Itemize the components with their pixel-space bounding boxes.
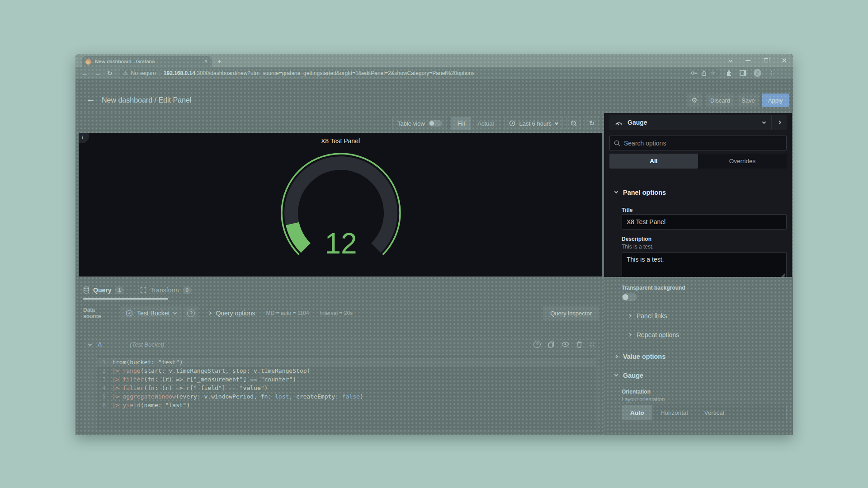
url-input[interactable]: ⚠ No seguro | 192.168.0.14:3000/dashboar… bbox=[119, 68, 720, 78]
save-button[interactable]: Save bbox=[737, 94, 759, 107]
code-line[interactable]: 3 |> filter(fn: (r) => r["_measurement"]… bbox=[97, 375, 596, 384]
duplicate-query-icon[interactable] bbox=[548, 341, 554, 348]
tab-close-icon[interactable]: × bbox=[203, 58, 208, 65]
options-search[interactable] bbox=[609, 136, 787, 150]
chevron-down-icon bbox=[614, 373, 618, 376]
code-text: from(bucket: "test") bbox=[112, 358, 183, 366]
flux-code-editor[interactable]: 1from(bucket: "test")2 |> range(start: v… bbox=[97, 355, 596, 430]
new-tab-button[interactable]: + bbox=[217, 57, 222, 65]
description-label: Description bbox=[622, 236, 651, 242]
query-help-icon[interactable]: ? bbox=[533, 341, 541, 348]
code-line[interactable]: 4 |> filter(fn: (r) => r["_field"] == "v… bbox=[97, 384, 596, 392]
chevron-right-icon bbox=[208, 311, 212, 315]
settings-gear-button[interactable]: ⚙ bbox=[687, 94, 702, 107]
database-icon bbox=[83, 286, 90, 294]
transparent-background-switch[interactable] bbox=[622, 293, 637, 301]
drag-handle-icon[interactable] bbox=[590, 341, 594, 348]
gauge-value: 12 bbox=[325, 227, 357, 260]
datasource-label: Data source bbox=[83, 307, 114, 319]
query-count-badge: 1 bbox=[115, 286, 124, 294]
transparent-background-label: Transparent background bbox=[622, 285, 685, 291]
datasource-value: Test Bucket bbox=[137, 310, 170, 317]
visualization-picker[interactable]: Gauge bbox=[609, 115, 771, 130]
close-window-icon[interactable] bbox=[782, 58, 787, 63]
bookmark-star-icon[interactable]: ☆ bbox=[710, 70, 716, 76]
tab-transform[interactable]: Transform 0 bbox=[140, 286, 191, 294]
panel-links-label: Panel links bbox=[637, 312, 667, 319]
tab-overrides[interactable]: Overrides bbox=[698, 154, 787, 169]
share-icon[interactable] bbox=[701, 70, 707, 76]
panel-options-header[interactable]: Panel options bbox=[615, 189, 666, 196]
refresh-button[interactable]: ↻ bbox=[585, 117, 599, 130]
query-row-header[interactable]: A (Test Bucket) bbox=[83, 337, 599, 352]
extensions-puzzle-icon[interactable] bbox=[726, 70, 732, 76]
chevron-down-icon bbox=[555, 121, 558, 124]
repeat-options-collapse[interactable]: Repeat options bbox=[628, 331, 679, 338]
tab-all[interactable]: All bbox=[609, 154, 698, 169]
table-view-toggle[interactable]: Table view bbox=[392, 117, 447, 130]
orientation-horizontal-button[interactable]: Horizontal bbox=[652, 405, 696, 420]
tab-strip: New dashboard - Grafana × + bbox=[75, 54, 793, 67]
panel-options-label: Panel options bbox=[623, 189, 666, 196]
max-datapoints-info: MD = auto = 1104 bbox=[266, 310, 309, 316]
collapse-query-icon[interactable] bbox=[88, 343, 92, 346]
code-text: |> aggregateWindow(every: v.windowPeriod… bbox=[112, 392, 363, 401]
orientation-vertical-button[interactable]: Vertical bbox=[696, 405, 732, 420]
table-view-switch[interactable] bbox=[429, 120, 442, 127]
interval-info: Interval = 20s bbox=[320, 310, 353, 316]
delete-query-trash-icon[interactable] bbox=[576, 341, 582, 348]
chevron-right-icon bbox=[628, 314, 632, 318]
time-range-picker[interactable]: Last 6 hours bbox=[504, 117, 563, 130]
tab-query[interactable]: Query 1 bbox=[83, 286, 124, 294]
code-line[interactable]: 5 |> aggregateWindow(every: v.windowPeri… bbox=[97, 392, 596, 401]
datasource-picker[interactable]: Test Bucket bbox=[120, 306, 182, 320]
back-icon[interactable]: ← bbox=[82, 70, 88, 77]
tab-search-icon[interactable] bbox=[729, 58, 732, 62]
reload-icon[interactable]: ↻ bbox=[107, 70, 113, 77]
chevron-right-icon bbox=[777, 121, 781, 124]
code-line[interactable]: 2 |> range(start: v.timeRangeStart, stop… bbox=[97, 366, 596, 375]
orientation-auto-button[interactable]: Auto bbox=[622, 405, 652, 420]
minimize-icon[interactable] bbox=[745, 60, 750, 61]
code-lines: 1from(bucket: "test")2 |> range(start: v… bbox=[97, 358, 596, 409]
query-datasource-note: (Test Bucket) bbox=[130, 341, 164, 348]
browser-menu-icon[interactable]: ⋮ bbox=[769, 70, 774, 76]
restore-icon[interactable] bbox=[764, 58, 768, 62]
value-options-header[interactable]: Value options bbox=[615, 353, 665, 360]
forward-icon[interactable]: → bbox=[94, 70, 101, 77]
panel-links-collapse[interactable]: Panel links bbox=[628, 312, 667, 319]
back-to-dashboard-icon[interactable]: ← bbox=[86, 94, 95, 104]
code-line[interactable]: 6 |> yield(name: "last") bbox=[97, 401, 596, 409]
discard-button[interactable]: Discard bbox=[706, 94, 735, 107]
query-options-collapse[interactable]: Query options MD = auto = 1104 Interval … bbox=[208, 310, 353, 317]
active-tab-indicator bbox=[83, 298, 168, 300]
window-controls bbox=[729, 54, 787, 67]
description-textarea[interactable]: This is a test. bbox=[622, 252, 787, 278]
datasource-help-button[interactable]: ? bbox=[184, 306, 198, 320]
password-key-icon[interactable] bbox=[691, 70, 698, 76]
datasource-row: Data source Test Bucket ? Query options … bbox=[83, 306, 599, 320]
query-inspector-button[interactable]: Query inspector bbox=[543, 306, 599, 320]
fill-button[interactable]: Fill bbox=[451, 117, 472, 130]
profile-avatar[interactable]: J bbox=[754, 69, 761, 77]
disable-query-eye-icon[interactable] bbox=[561, 342, 569, 347]
search-input[interactable] bbox=[624, 140, 773, 147]
actual-button[interactable]: Actual bbox=[471, 117, 500, 130]
browser-tab[interactable]: New dashboard - Grafana × bbox=[82, 56, 212, 67]
chevron-down-icon bbox=[173, 310, 177, 314]
resize-handle-icon[interactable] bbox=[781, 273, 785, 277]
chevron-down-icon bbox=[614, 190, 618, 193]
zoom-out-button[interactable] bbox=[566, 117, 581, 130]
options-tabs: All Overrides bbox=[609, 154, 787, 169]
panel-title-input[interactable] bbox=[622, 214, 787, 230]
code-line[interactable]: 1from(bucket: "test") bbox=[97, 358, 596, 366]
collapse-pane-button[interactable] bbox=[771, 115, 787, 130]
gauge-panel[interactable]: i X8 Test Panel 12 bbox=[79, 133, 602, 277]
gauge-section-header[interactable]: Gauge bbox=[615, 372, 643, 379]
browser-actions: J ⋮ bbox=[726, 69, 774, 77]
line-number: 3 bbox=[97, 375, 112, 384]
apply-button[interactable]: Apply bbox=[762, 94, 789, 107]
side-panel-icon[interactable] bbox=[740, 70, 746, 76]
line-number: 2 bbox=[97, 366, 112, 375]
not-secure-warning-icon: ⚠ bbox=[123, 70, 128, 76]
